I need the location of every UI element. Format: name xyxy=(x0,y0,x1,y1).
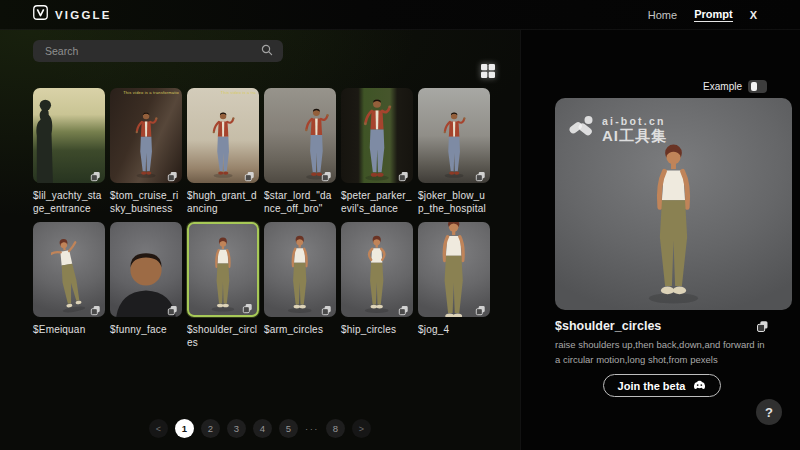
preview-title-row: $shoulder_circles xyxy=(555,319,769,333)
copy-badge-icon[interactable] xyxy=(475,168,486,179)
top-bar: VIGGLE HomePromptX xyxy=(0,0,800,30)
copy-badge-icon[interactable] xyxy=(398,168,409,179)
gallery-item-1[interactable] xyxy=(33,88,105,183)
copy-badge-icon[interactable] xyxy=(167,168,178,179)
gallery-cell: $Emeiquan xyxy=(33,222,105,349)
page-4[interactable]: 4 xyxy=(253,419,272,438)
toggle-knob xyxy=(751,82,758,91)
example-label: Example xyxy=(703,81,742,92)
gallery-item-label: $funny_face xyxy=(110,323,182,336)
gallery-item-6[interactable] xyxy=(418,88,490,183)
gallery-item-label: $shoulder_circles xyxy=(187,323,259,349)
top-nav: HomePromptX xyxy=(648,8,757,22)
gallery-cell: $shoulder_circles xyxy=(187,222,259,349)
viggle-app: VIGGLE HomePromptX xyxy=(0,0,800,450)
gallery-item-5[interactable] xyxy=(341,88,413,183)
example-toggle[interactable] xyxy=(748,80,767,93)
example-row: Example xyxy=(703,80,767,93)
next-page-button[interactable]: > xyxy=(352,419,371,438)
search-icon xyxy=(261,42,273,60)
gallery-item-3[interactable]: This video is a tra xyxy=(187,88,259,183)
gallery-item-10[interactable] xyxy=(264,222,336,317)
page-1[interactable]: 1 xyxy=(175,419,194,438)
ai-bot-logo-icon xyxy=(569,115,595,142)
copy-badge-icon[interactable] xyxy=(475,302,486,313)
gallery-item-label: $lil_yachty_stage_entrance xyxy=(33,189,105,215)
viggle-v-icon xyxy=(33,5,48,24)
page-8[interactable]: 8 xyxy=(326,419,345,438)
join-beta-button[interactable]: Join the beta xyxy=(603,374,722,397)
copy-badge-icon[interactable] xyxy=(321,168,332,179)
gallery-item-label: $tom_cruise_risky_business xyxy=(110,189,182,215)
gallery-item-2[interactable]: This video is a transformatio xyxy=(110,88,182,183)
page-2[interactable]: 2 xyxy=(201,419,220,438)
gallery-item-label: $hugh_grant_dancing xyxy=(187,189,259,215)
gallery-item-label: $star_lord_"dance_off_bro" xyxy=(264,189,336,215)
gallery-cell: $arm_circles xyxy=(264,222,336,349)
preview-description: raise shoulders up,then back,down,and fo… xyxy=(555,337,769,367)
gallery-item-7[interactable] xyxy=(33,222,105,317)
gallery-cell: This video is a tra $hugh_grant_dancing xyxy=(187,88,259,215)
copy-badge-icon[interactable] xyxy=(244,168,255,179)
watermark-line1: ai-bot.cn xyxy=(602,115,667,127)
gallery-cell: $hip_circles xyxy=(341,222,413,349)
page-5[interactable]: 5 xyxy=(279,419,298,438)
gallery-item-label: $arm_circles xyxy=(264,323,336,336)
preview-character xyxy=(555,139,792,307)
library-panel: $lil_yachty_stage_entrance This video is… xyxy=(0,30,520,450)
search-input[interactable] xyxy=(43,44,255,58)
gallery-cell: $lil_yachty_stage_entrance xyxy=(33,88,105,215)
prev-page-button[interactable]: < xyxy=(149,419,168,438)
gallery-cell: $jog_4 xyxy=(418,222,490,349)
gallery-item-label: $Emeiquan xyxy=(33,323,105,336)
copy-badge-icon[interactable] xyxy=(398,302,409,313)
help-button[interactable]: ? xyxy=(756,399,782,425)
preview-panel: Example ai-bot.cn AI工具集 xyxy=(520,30,800,450)
nav-item-home[interactable]: Home xyxy=(648,9,677,21)
gallery-item-label: $jog_4 xyxy=(418,323,490,336)
gallery-cell: $joker_blow_up_the_hospital xyxy=(418,88,490,215)
join-beta-label: Join the beta xyxy=(618,380,686,392)
preview-title: $shoulder_circles xyxy=(555,319,661,333)
copy-badge-icon[interactable] xyxy=(167,302,178,313)
search-bar[interactable] xyxy=(33,40,283,62)
thumbnail-caption: This video is a tra xyxy=(221,90,256,95)
gallery-item-8[interactable] xyxy=(110,222,182,317)
gallery-item-label: $hip_circles xyxy=(341,323,413,336)
dots-page-button: ··· xyxy=(305,419,319,438)
grid-view-icon[interactable] xyxy=(479,62,497,80)
gallery-item-label: $peter_parker_evil's_dance xyxy=(341,189,413,215)
thumbnail-caption: This video is a transformatio xyxy=(123,90,179,95)
page-3[interactable]: 3 xyxy=(227,419,246,438)
copy-icon[interactable] xyxy=(756,320,769,333)
gallery-item-label: $joker_blow_up_the_hospital xyxy=(418,189,490,215)
copy-badge-icon[interactable] xyxy=(242,300,253,311)
gallery-cell: $funny_face xyxy=(110,222,182,349)
copy-badge-icon[interactable] xyxy=(321,302,332,313)
gallery-item-12[interactable] xyxy=(418,222,490,317)
nav-item-x[interactable]: X xyxy=(750,9,757,21)
brand-logo[interactable]: VIGGLE xyxy=(33,5,112,24)
gallery-cell: $peter_parker_evil's_dance xyxy=(341,88,413,215)
gallery-grid: $lil_yachty_stage_entrance This video is… xyxy=(33,88,490,349)
gallery-item-4[interactable] xyxy=(264,88,336,183)
brand-name: VIGGLE xyxy=(55,9,112,21)
join-row: Join the beta xyxy=(555,374,769,397)
gallery-cell: $star_lord_"dance_off_bro" xyxy=(264,88,336,215)
gallery-cell: This video is a transformatio $tom_cruis… xyxy=(110,88,182,215)
copy-badge-icon[interactable] xyxy=(90,302,101,313)
gallery-item-9[interactable] xyxy=(187,222,259,317)
discord-icon xyxy=(693,380,706,392)
gallery-item-11[interactable] xyxy=(341,222,413,317)
copy-badge-icon[interactable] xyxy=(90,168,101,179)
pagination: <12345···8> xyxy=(0,419,520,438)
preview-video: ai-bot.cn AI工具集 xyxy=(555,98,792,310)
nav-item-prompt[interactable]: Prompt xyxy=(694,8,733,22)
